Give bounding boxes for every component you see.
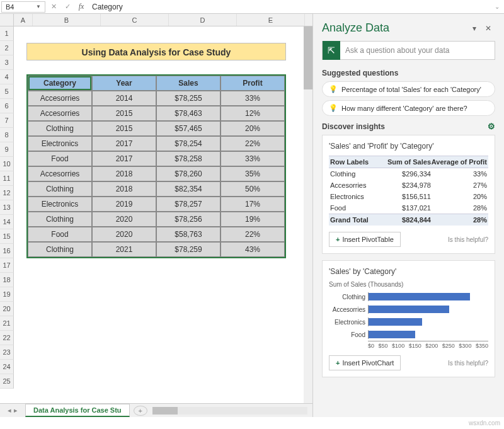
table-cell[interactable]: Food [28, 227, 92, 242]
row-head-17[interactable]: 17 [0, 258, 14, 273]
row-head-2[interactable]: 2 [0, 41, 14, 55]
row-head-23[interactable]: 23 [0, 345, 14, 360]
row-head-24[interactable]: 24 [0, 360, 14, 374]
col-head-e[interactable]: E [237, 14, 305, 26]
table-cell[interactable]: 33% [220, 91, 285, 106]
table-row[interactable]: Electronics2019$78,25717% [28, 197, 285, 212]
select-all-corner[interactable] [0, 14, 14, 26]
table-cell[interactable]: $78,463 [156, 106, 220, 121]
table-cell[interactable]: 2017 [92, 151, 156, 166]
table-cell[interactable]: 2014 [92, 91, 156, 106]
row-head-14[interactable]: 14 [0, 215, 14, 229]
row-head-5[interactable]: 5 [0, 84, 14, 99]
col-head-c[interactable]: C [101, 14, 169, 26]
row-head-6[interactable]: 6 [0, 99, 14, 113]
col-head-d[interactable]: D [169, 14, 237, 26]
table-cell[interactable]: $58,763 [156, 227, 220, 242]
row-head-8[interactable]: 8 [0, 128, 14, 142]
table-cell[interactable]: 2019 [92, 197, 156, 212]
table-cell[interactable]: Food [28, 151, 92, 166]
table-header[interactable]: Profit [220, 76, 285, 91]
table-cell[interactable]: Electronics [28, 197, 92, 212]
table-row[interactable]: Accesorries2015$78,46312% [28, 106, 285, 121]
table-cell[interactable]: $78,260 [156, 166, 220, 181]
table-row[interactable]: Accesorries2014$78,25533% [28, 91, 285, 106]
ask-question-input[interactable]: Ask a question about your data [340, 46, 495, 55]
table-cell[interactable]: $78,259 [156, 242, 220, 257]
table-cell[interactable]: Electronics [28, 136, 92, 151]
is-this-helpful-link[interactable]: Is this helpful? [448, 360, 488, 367]
table-cell[interactable]: 43% [220, 242, 285, 257]
sheet-nav-buttons[interactable]: ◂ ▸ [0, 406, 25, 415]
table-cell[interactable]: $78,256 [156, 212, 220, 227]
table-cell[interactable]: $82,354 [156, 181, 220, 197]
table-row[interactable]: Food2020$58,76322% [28, 227, 285, 242]
table-cell[interactable]: 20% [220, 121, 285, 136]
col-head-b[interactable]: B [33, 14, 101, 26]
col-head-a[interactable]: A [14, 14, 33, 26]
table-cell[interactable]: Accesorries [28, 106, 92, 121]
table-cell[interactable]: 2015 [92, 121, 156, 136]
table-cell[interactable]: $78,257 [156, 197, 220, 212]
insert-pivottable-button[interactable]: +Insert PivotTable [329, 232, 401, 247]
ask-question-box[interactable]: ⇱ Ask a question about your data [322, 41, 495, 60]
table-cell[interactable]: Clothing [28, 181, 92, 197]
expand-formula-bar-icon[interactable]: ⌄ [490, 3, 504, 10]
row-head-20[interactable]: 20 [0, 302, 14, 316]
row-head-4[interactable]: 4 [0, 70, 14, 84]
table-cell[interactable]: Clothing [28, 242, 92, 257]
table-cell[interactable]: 17% [220, 197, 285, 212]
table-cell[interactable]: $78,255 [156, 91, 220, 106]
row-head-1[interactable]: 1 [0, 26, 14, 41]
gear-icon[interactable]: ⚙ [488, 122, 495, 131]
add-sheet-button[interactable]: + [134, 406, 147, 416]
fx-icon[interactable]: fx [74, 2, 88, 11]
row-head-21[interactable]: 21 [0, 316, 14, 331]
chevron-down-icon[interactable]: ▼ [36, 4, 41, 9]
vertical-scrollbar[interactable] [304, 26, 312, 403]
table-header[interactable]: Category [28, 76, 92, 91]
row-head-3[interactable]: 3 [0, 55, 14, 70]
row-head-18[interactable]: 18 [0, 273, 14, 287]
horizontal-scrollbar-thumb[interactable] [152, 407, 178, 415]
row-head-10[interactable]: 10 [0, 157, 14, 171]
row-head-13[interactable]: 13 [0, 200, 14, 215]
table-header[interactable]: Sales [156, 76, 220, 91]
table-row[interactable]: Accesorries2018$78,26035% [28, 166, 285, 181]
table-row[interactable]: Clothing2018$82,35450% [28, 181, 285, 197]
row-head-9[interactable]: 9 [0, 142, 14, 157]
row-head-22[interactable]: 22 [0, 331, 14, 345]
table-cell[interactable]: 22% [220, 136, 285, 151]
table-row[interactable]: Clothing2020$78,25619% [28, 212, 285, 227]
table-cell[interactable]: 35% [220, 166, 285, 181]
active-sheet-tab[interactable]: Data Analysis for Case Stu [25, 404, 130, 417]
table-cell[interactable]: Accesorries [28, 166, 92, 181]
row-head-7[interactable]: 7 [0, 113, 14, 128]
table-cell[interactable]: 19% [220, 212, 285, 227]
pane-menu-icon[interactable]: ▾ [467, 24, 481, 33]
insert-pivotchart-button[interactable]: +Insert PivotChart [329, 355, 401, 370]
suggested-question-2[interactable]: 💡How many different 'Category' are there… [322, 100, 495, 116]
suggested-question-1[interactable]: 💡Percentage of total 'Sales' for each 'C… [322, 81, 495, 97]
table-cell[interactable]: 2020 [92, 227, 156, 242]
table-row[interactable]: Food2017$78,25833% [28, 151, 285, 166]
name-box[interactable]: B4 ▼ [1, 1, 45, 13]
table-cell[interactable]: $78,254 [156, 136, 220, 151]
table-cell[interactable]: 2018 [92, 181, 156, 197]
table-cell[interactable]: $78,258 [156, 151, 220, 166]
table-cell[interactable]: 2015 [92, 106, 156, 121]
table-cell[interactable]: 2021 [92, 242, 156, 257]
formula-input[interactable]: Category [88, 1, 490, 13]
table-row[interactable]: Clothing2015$57,46520% [28, 121, 285, 136]
table-cell[interactable]: 12% [220, 106, 285, 121]
table-cell[interactable]: $57,465 [156, 121, 220, 136]
table-cell[interactable]: Clothing [28, 212, 92, 227]
row-head-12[interactable]: 12 [0, 186, 14, 200]
table-cell[interactable]: 2020 [92, 212, 156, 227]
table-cell[interactable]: 50% [220, 181, 285, 197]
table-cell[interactable]: 2018 [92, 166, 156, 181]
row-head-16[interactable]: 16 [0, 244, 14, 258]
row-head-11[interactable]: 11 [0, 171, 14, 186]
table-cell[interactable]: 22% [220, 227, 285, 242]
table-cell[interactable]: Accesorries [28, 91, 92, 106]
